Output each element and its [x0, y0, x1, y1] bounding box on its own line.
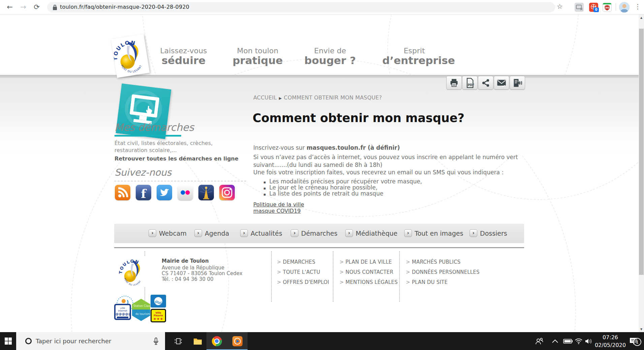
article-title: Comment obtenir mon masque?	[253, 111, 464, 125]
dashed-divider	[114, 181, 246, 181]
pavillon-bleu-badge	[151, 295, 166, 308]
start-button[interactable]	[0, 332, 16, 350]
facebook-icon[interactable]: f	[136, 185, 151, 200]
ville-internet-label: ville internet	[116, 307, 130, 312]
browser-toolbar: ← → ⟳ toulon.fr/faq/obtenir-masque-2020-…	[0, 0, 644, 14]
footer-separator	[333, 251, 333, 302]
quicknav-mediatheque[interactable]: Médiathèque	[356, 230, 397, 237]
back-icon[interactable]: ←	[4, 1, 15, 13]
footer-link-emploi[interactable]: >OFFRES D'EMPLOI	[277, 279, 329, 285]
chevron-button[interactable]: ›	[404, 229, 412, 237]
station-line2: de tourisme	[135, 313, 151, 316]
footer-link-plan-site[interactable]: >PLAN DU SITE	[406, 279, 448, 285]
masque-covid-link[interactable]: masque COVID19	[253, 208, 301, 214]
bullet-item: ▪Les modalités précises pour récupérer v…	[263, 178, 422, 185]
scroll-up-icon[interactable]: ▲	[639, 16, 644, 19]
instagram-icon[interactable]	[219, 185, 235, 200]
footer-link-plan-ville[interactable]: >PLAN DE LA VILLE	[340, 259, 392, 265]
rss-icon[interactable]	[115, 185, 130, 200]
battery-icon[interactable]	[563, 332, 573, 350]
extension-blocker-icon[interactable]: 0	[589, 3, 598, 12]
people-icon[interactable]	[535, 332, 544, 350]
chevron-button[interactable]: ›	[291, 229, 298, 237]
nav-bouger[interactable]: Envie de bouger ?	[298, 47, 362, 66]
screen: ← → ⟳ toulon.fr/faq/obtenir-masque-2020-…	[0, 0, 644, 350]
print-button[interactable]	[446, 76, 462, 90]
nav-pratique[interactable]: Mon toulon pratique	[226, 47, 290, 66]
footer-link-demarches[interactable]: >DEMARCHES	[277, 259, 315, 265]
article-paragraph-3: Une fois votre inscription faites, vous …	[253, 169, 526, 176]
url-text: toulon.fr/faq/obtenir-masque-2020-04-28-…	[60, 4, 189, 10]
breadcrumb-arrow-icon: ▶	[279, 96, 282, 100]
header-divider	[0, 75, 639, 78]
chevron-button[interactable]: ›	[345, 229, 353, 237]
flickr-icon[interactable]	[178, 185, 193, 200]
search-placeholder: Taper ici pour rechercher	[36, 338, 111, 345]
quicknav-dossiers[interactable]: Dossiers	[480, 230, 507, 237]
ville-fleurie-label: Ville Fleurie	[152, 310, 165, 317]
browser-menu-icon[interactable]: ⋮	[635, 3, 641, 10]
footer-divider	[114, 247, 524, 248]
site-logo[interactable]: TOULON PORT DU LEVANT	[111, 34, 150, 78]
extension-shield-icon[interactable]	[603, 3, 612, 12]
notification-center-icon[interactable]: 1	[629, 332, 642, 350]
footer-link-contacter[interactable]: >NOUS CONTACTER	[340, 269, 393, 275]
task-view-button[interactable]	[168, 332, 188, 350]
footer-separator	[399, 251, 400, 302]
ville-fleurie-badge: Ville Fleurie ★★★	[151, 309, 166, 322]
footer-link-marches[interactable]: >MARCHÉS PUBLICS	[406, 259, 460, 265]
breadcrumb: ACCUEIL▶COMMENT OBTENIR MON MASQUE?	[253, 94, 382, 101]
reload-icon[interactable]: ⟳	[31, 1, 42, 13]
chrome-taskbar-button[interactable]	[206, 332, 227, 350]
cortana-icon	[25, 338, 32, 344]
pdf-button[interactable]: PDF	[462, 76, 478, 90]
media-player-taskbar-button[interactable]	[227, 332, 248, 350]
footer-link-donnees[interactable]: >DONNÉES PERSONNELLES	[406, 269, 480, 275]
share-button[interactable]	[478, 76, 493, 90]
toulon-app-icon[interactable]	[198, 185, 214, 200]
chevron-button[interactable]: ›	[240, 229, 248, 237]
sidebar-title: Mes démarches	[115, 121, 194, 133]
footer-logo: TOULON PORT DU LEVANT	[119, 256, 147, 287]
scroll-down-icon[interactable]: ▼	[639, 328, 644, 331]
footer-link-actu[interactable]: >TOUTE L'ACTU	[277, 269, 320, 275]
politique-ville-link[interactable]: Politique de la ville	[253, 201, 304, 208]
extension-badge: 0	[593, 7, 599, 12]
bookmark-star-icon[interactable]: ☆	[557, 2, 563, 10]
taskbar-clock[interactable]: 07:26 02/05/2020	[593, 333, 627, 349]
ville-internet-badge: ville internet @@@@@	[114, 304, 131, 320]
sidebar-demarches-link[interactable]: Retrouver toutes les démarches en ligne	[115, 155, 238, 162]
sidebar-description: État civil, listes électorales, crèches,…	[115, 140, 226, 154]
chevron-button[interactable]: ›	[194, 229, 202, 237]
footer-link-mentions[interactable]: >MENTIONS LÉGALES	[340, 279, 398, 285]
nav-seduire[interactable]: Laissez-vous séduire	[152, 47, 216, 66]
chevron-button[interactable]: ›	[470, 229, 477, 237]
volume-icon[interactable]	[585, 332, 593, 350]
extension-disabled-icon[interactable]	[575, 3, 584, 12]
wifi-icon[interactable]	[575, 332, 583, 350]
microphone-icon[interactable]	[153, 337, 159, 345]
tray-expand-icon[interactable]	[552, 332, 558, 350]
scrollbar-thumb[interactable]	[639, 29, 644, 275]
email-button[interactable]	[494, 76, 509, 90]
clock-time: 07:26	[593, 333, 627, 341]
pdf-label: PDF	[468, 83, 475, 87]
breadcrumb-current: COMMENT OBTENIR MON MASQUE?	[284, 94, 382, 101]
profile-avatar[interactable]	[619, 2, 630, 12]
station-classee-badge: Station Classée de tourisme	[131, 298, 151, 322]
quicknav-images[interactable]: Tout en images	[415, 230, 463, 237]
quicknav-actualites[interactable]: Actualités	[251, 230, 282, 237]
lock-icon	[53, 4, 57, 10]
taskbar-search[interactable]: Taper ici pour rechercher	[16, 332, 165, 350]
nav-entreprise[interactable]: Esprit d’entreprise	[382, 47, 446, 66]
hand-cursor-icon	[144, 104, 154, 115]
file-explorer-button[interactable]	[187, 332, 208, 350]
breadcrumb-home[interactable]: ACCUEIL	[253, 94, 277, 101]
quicknav-webcam[interactable]: Webcam	[159, 230, 187, 237]
twitter-icon[interactable]	[157, 185, 172, 200]
quicknav-demarches[interactable]: Démarches	[301, 230, 337, 237]
read-aloud-button[interactable]	[510, 76, 525, 90]
article-paragraph-1: Inscrivez-vous sur masques.toulon.fr (à …	[253, 144, 526, 151]
quicknav-agenda[interactable]: Agenda	[205, 230, 229, 237]
chevron-button[interactable]: ›	[149, 229, 156, 237]
